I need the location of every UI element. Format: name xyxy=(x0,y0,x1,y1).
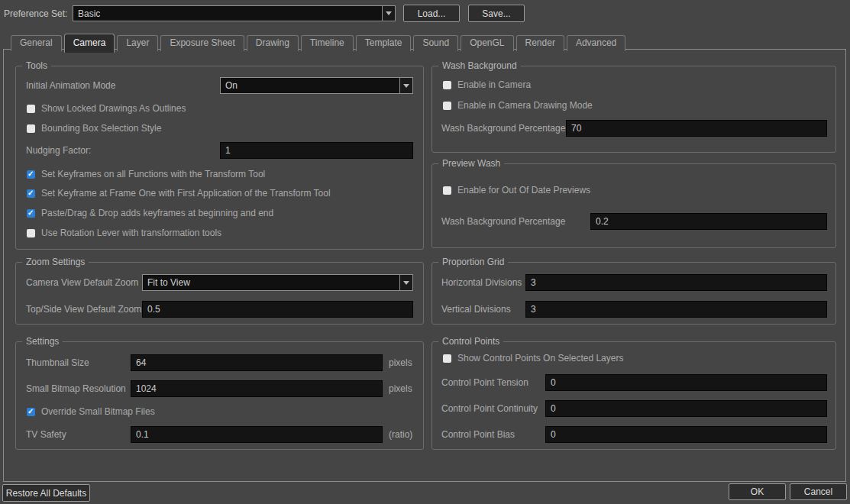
initial-animation-mode-combobox[interactable]: On xyxy=(220,77,413,94)
paste-drag-drop-label: Paste/Drag & Drop adds keyframes at begi… xyxy=(41,208,273,218)
show-locked-drawings-label: Show Locked Drawings As Outlines xyxy=(41,103,186,114)
camera-view-default-zoom-label: Camera View Default Zoom xyxy=(26,277,138,288)
small-bitmap-resolution-input[interactable] xyxy=(131,380,383,397)
bounding-box-style-label: Bounding Box Selection Style xyxy=(41,123,161,134)
paste-drag-drop-checkbox[interactable] xyxy=(27,209,35,218)
enable-in-camera-row: Enable in Camera xyxy=(443,79,531,90)
zoom-settings-group: Zoom Settings Camera View Default Zoom F… xyxy=(15,262,424,325)
bounding-box-style-row: Bounding Box Selection Style xyxy=(27,123,161,134)
initial-animation-mode-label: Initial Animation Mode xyxy=(26,80,115,91)
camera-view-default-zoom-combobox[interactable]: Fit to View xyxy=(142,274,413,291)
proportion-grid-group-title: Proportion Grid xyxy=(438,257,508,267)
restore-all-defaults-button[interactable]: Restore All Defaults xyxy=(2,484,90,502)
preferences-tab-bar: General Camera Layer Exposure Sheet Draw… xyxy=(11,34,628,51)
tab-template[interactable]: Template xyxy=(356,35,412,51)
control-points-group: Control Points Show Control Points On Se… xyxy=(431,341,836,450)
tab-timeline[interactable]: Timeline xyxy=(301,35,354,51)
override-small-bitmap-row: Override Small Bitmap Files xyxy=(27,406,155,417)
zoom-settings-group-title: Zoom Settings xyxy=(22,257,89,267)
tab-drawing[interactable]: Drawing xyxy=(247,35,299,51)
control-point-tension-label: Control Point Tension xyxy=(441,377,528,388)
chevron-down-icon xyxy=(403,84,409,88)
initial-animation-mode-dropdown-button[interactable] xyxy=(399,78,412,93)
enable-in-camera-label: Enable in Camera xyxy=(457,79,531,90)
enable-in-camera-drawing-label: Enable in Camera Drawing Mode xyxy=(457,100,593,111)
override-small-bitmap-label: Override Small Bitmap Files xyxy=(41,406,155,417)
show-locked-drawings-row: Show Locked Drawings As Outlines xyxy=(27,103,186,114)
preference-set-dropdown-button[interactable] xyxy=(382,6,395,21)
vertical-divisions-input[interactable] xyxy=(525,301,827,318)
show-control-points-checkbox[interactable] xyxy=(443,354,451,363)
horizontal-divisions-input[interactable] xyxy=(525,274,827,291)
nudging-factor-input[interactable] xyxy=(220,142,413,159)
preview-wash-group: Preview Wash Enable for Out Of Date Prev… xyxy=(431,163,836,248)
tools-group: Tools Initial Animation Mode On Show Loc… xyxy=(15,66,424,250)
tv-safety-unit: (ratio) xyxy=(389,429,412,440)
chevron-down-icon xyxy=(386,11,392,15)
preferences-dialog: { "top": { "preference_set_label": "Pref… xyxy=(0,0,850,504)
wash-background-group-title: Wash Background xyxy=(438,60,521,71)
vertical-divisions-label: Vertical Divisions xyxy=(441,304,511,315)
settings-group-title: Settings xyxy=(22,336,63,347)
tab-general[interactable]: General xyxy=(11,35,62,51)
small-bitmap-resolution-label: Small Bitmap Resolution xyxy=(26,383,126,394)
tab-opengl[interactable]: OpenGL xyxy=(461,35,513,51)
proportion-grid-group: Proportion Grid Horizontal Divisions Ver… xyxy=(431,262,836,325)
paste-drag-drop-row: Paste/Drag & Drop adds keyframes at begi… xyxy=(27,208,273,218)
cancel-button[interactable]: Cancel xyxy=(790,483,847,500)
tv-safety-label: TV Safety xyxy=(26,429,66,440)
wash-background-percentage-input[interactable] xyxy=(566,120,827,137)
enable-in-camera-drawing-row: Enable in Camera Drawing Mode xyxy=(443,100,593,111)
preview-wash-percentage-label: Wash Background Percentage xyxy=(441,216,565,227)
camera-view-default-zoom-dropdown-button[interactable] xyxy=(399,275,412,290)
set-keyframes-row: Set Keyframes on all Functions with the … xyxy=(27,169,265,179)
enable-out-of-date-row: Enable for Out Of Date Previews xyxy=(443,185,590,195)
show-locked-drawings-checkbox[interactable] xyxy=(27,105,35,113)
preview-wash-percentage-input[interactable] xyxy=(590,213,827,230)
preview-wash-group-title: Preview Wash xyxy=(438,158,504,169)
top-side-view-default-zoom-label: Top/Side View Default Zoom xyxy=(26,304,141,315)
control-point-continuity-input[interactable] xyxy=(545,400,827,417)
camera-view-default-zoom-value: Fit to View xyxy=(143,275,399,290)
preference-set-combobox[interactable]: Basic xyxy=(73,5,396,21)
control-point-bias-input[interactable] xyxy=(545,426,827,443)
enable-in-camera-drawing-checkbox[interactable] xyxy=(443,102,451,110)
show-control-points-label: Show Control Points On Selected Layers xyxy=(457,353,623,363)
thumbnail-size-unit: pixels xyxy=(389,357,412,368)
override-small-bitmap-checkbox[interactable] xyxy=(27,408,35,416)
control-point-bias-label: Control Point Bias xyxy=(441,429,515,440)
ok-button[interactable]: OK xyxy=(729,483,786,500)
rotation-lever-label: Use Rotation Lever with transformation t… xyxy=(41,228,221,238)
tab-exposure-sheet[interactable]: Exposure Sheet xyxy=(160,35,244,51)
thumbnail-size-input[interactable] xyxy=(131,354,383,371)
tab-advanced[interactable]: Advanced xyxy=(567,35,625,51)
tab-layer[interactable]: Layer xyxy=(117,35,158,51)
tab-camera[interactable]: Camera xyxy=(64,34,115,53)
tab-render[interactable]: Render xyxy=(516,35,564,51)
tab-sound[interactable]: Sound xyxy=(413,35,458,51)
set-keyframes-label: Set Keyframes on all Functions with the … xyxy=(41,169,265,179)
nudging-factor-label: Nudging Factor: xyxy=(26,145,91,156)
small-bitmap-resolution-unit: pixels xyxy=(389,383,412,394)
tv-safety-input[interactable] xyxy=(131,426,383,443)
control-point-continuity-label: Control Point Continuity xyxy=(441,403,538,414)
preference-set-value: Basic xyxy=(73,6,382,21)
save-button[interactable]: Save... xyxy=(468,5,525,22)
set-keyframe-frame-one-checkbox[interactable] xyxy=(27,189,35,198)
rotation-lever-checkbox[interactable] xyxy=(27,229,35,237)
enable-out-of-date-checkbox[interactable] xyxy=(443,186,451,195)
enable-out-of-date-label: Enable for Out Of Date Previews xyxy=(457,185,590,195)
bounding-box-style-checkbox[interactable] xyxy=(27,124,35,133)
show-control-points-row: Show Control Points On Selected Layers xyxy=(443,353,623,363)
load-button[interactable]: Load... xyxy=(403,5,460,22)
control-point-tension-input[interactable] xyxy=(545,374,827,391)
enable-in-camera-checkbox[interactable] xyxy=(443,81,451,89)
top-side-view-default-zoom-input[interactable] xyxy=(142,301,413,318)
control-points-group-title: Control Points xyxy=(438,336,503,347)
tools-group-title: Tools xyxy=(22,60,51,71)
thumbnail-size-label: Thumbnail Size xyxy=(26,357,89,368)
set-keyframes-checkbox[interactable] xyxy=(27,170,35,179)
set-keyframe-frame-one-row: Set Keyframe at Frame One with First App… xyxy=(27,188,331,199)
preference-set-label: Preference Set: xyxy=(4,8,67,19)
chevron-down-icon xyxy=(403,281,409,285)
